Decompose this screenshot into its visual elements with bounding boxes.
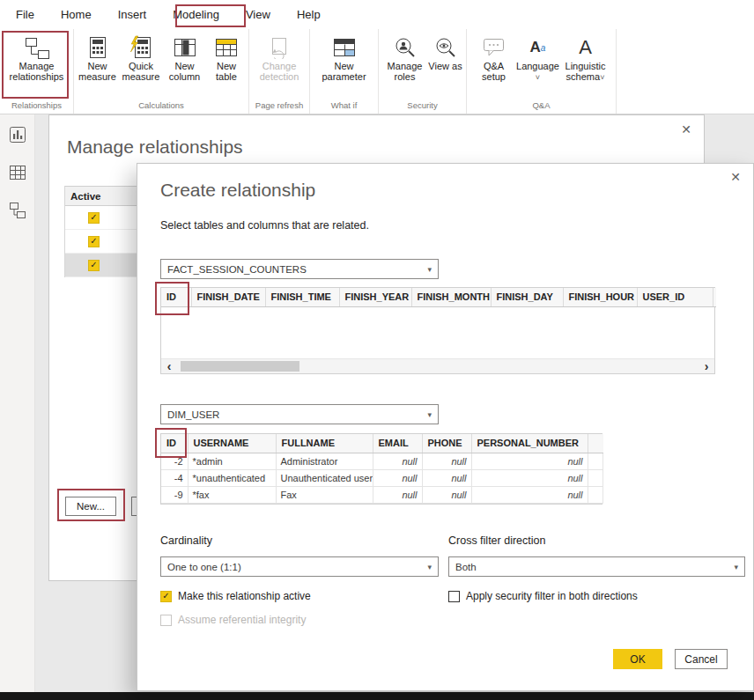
from-table-grid: IDFINISH_DATEFINISH_TIMEFINISH_YEARFINIS… — [161, 288, 714, 307]
column-header-filler — [588, 434, 603, 453]
column-header-id[interactable]: ID — [161, 288, 191, 306]
ribbon-group-relationships: Manage relationships Relationships — [0, 29, 74, 114]
new-parameter-icon — [333, 34, 356, 61]
ribbon-group-page-refresh: Change detection Page refresh — [249, 29, 310, 114]
column-header-finish_hour[interactable]: FINISH_HOUR — [563, 288, 637, 306]
column-header-finish_date[interactable]: FINISH_DATE — [191, 288, 265, 306]
tab-insert[interactable]: Insert — [118, 8, 147, 21]
close-icon[interactable]: ✕ — [730, 171, 741, 183]
linguistic-schema-icon: A — [579, 34, 592, 61]
manage-dialog-title: Manage relationships — [67, 136, 243, 158]
make-active-checkbox[interactable]: ✓ — [160, 591, 172, 602]
option-make-relationship-active[interactable]: ✓ Make this relationship active — [160, 590, 311, 602]
ok-button[interactable]: OK — [613, 649, 662, 669]
column-header-finish_month[interactable]: FINISH_MONTH — [411, 288, 491, 306]
scroll-left-icon[interactable]: ‹ — [161, 359, 177, 373]
quick-measure-icon — [129, 34, 152, 61]
cardinality-dropdown[interactable]: One to one (1:1) ▾ — [160, 556, 439, 577]
tab-help[interactable]: Help — [297, 8, 321, 21]
from-table-preview: IDFINISH_DATEFINISH_TIMEFINISH_YEARFINIS… — [160, 287, 715, 374]
column-header-personal_number[interactable]: PERSONAL_NUMBER — [471, 434, 588, 453]
cardinality-label: Cardinality — [160, 534, 212, 547]
column-header-filler — [713, 288, 716, 306]
check-icon: ✓ — [162, 592, 169, 601]
manage-relationships-icon — [24, 34, 50, 61]
referential-integrity-checkbox — [160, 615, 172, 626]
check-icon: ✓ — [90, 261, 97, 269]
new-relationship-button[interactable]: New... — [65, 497, 116, 516]
manage-relationships-button[interactable]: Manage relationships — [4, 33, 70, 82]
manage-roles-icon — [394, 34, 417, 61]
new-parameter-button[interactable]: New parameter — [317, 33, 372, 82]
new-table-icon — [215, 34, 238, 61]
active-checkbox[interactable]: ✓ — [88, 212, 100, 224]
dropdown-caret-icon: ▾ — [427, 563, 432, 571]
from-table-empty-body — [161, 307, 714, 358]
column-header-username[interactable]: USERNAME — [188, 434, 276, 453]
dropdown-caret-icon: ▾ — [427, 410, 432, 419]
tab-view[interactable]: View — [246, 8, 270, 21]
table-row[interactable]: -9*faxFaxnullnullnull — [161, 486, 603, 503]
column-header-user_id[interactable]: USER_ID — [637, 288, 713, 306]
change-detection-icon — [269, 34, 290, 61]
cancel-button[interactable]: Cancel — [675, 649, 728, 669]
new-column-button[interactable]: New column — [163, 33, 206, 82]
table-row[interactable]: -4*unauthenticatedUnauthenticated usernu… — [161, 469, 603, 486]
manage-roles-button[interactable]: Manage roles — [382, 33, 428, 82]
language-icon: Aa — [530, 34, 546, 61]
close-icon[interactable]: ✕ — [681, 123, 691, 136]
new-measure-button[interactable]: New measure — [76, 33, 119, 82]
dropdown-caret-icon: ▾ — [427, 265, 432, 274]
view-as-button[interactable]: View as — [428, 33, 463, 71]
check-icon: ✓ — [90, 213, 97, 222]
ribbon-group-what-if: New parameter What if — [310, 29, 379, 114]
check-icon: ✓ — [90, 237, 97, 246]
change-detection-button: Change detection — [255, 33, 304, 82]
tab-file[interactable]: File — [16, 8, 34, 21]
column-header-finish_day[interactable]: FINISH_DAY — [491, 288, 563, 306]
new-column-icon — [174, 34, 196, 61]
column-header-finish_time[interactable]: FINISH_TIME — [265, 288, 339, 306]
language-button[interactable]: Aa Language ˅ — [515, 33, 561, 83]
column-header-phone[interactable]: PHONE — [422, 434, 471, 453]
ribbon-group-calculations: New measure Quick measure New column — [74, 29, 249, 114]
ribbon-group-qa: Q&A setup Aa Language ˅ A Linguistic sch… — [467, 29, 617, 114]
column-header-fullname[interactable]: FULLNAME — [276, 434, 373, 453]
new-measure-icon — [87, 34, 108, 61]
ribbon-group-security: Manage roles View as Security — [379, 29, 467, 114]
option-referential-integrity: Assume referential integrity — [160, 614, 306, 626]
qa-setup-button[interactable]: Q&A setup — [473, 33, 515, 82]
qa-setup-icon — [483, 34, 506, 61]
tab-home[interactable]: Home — [61, 8, 92, 21]
horizontal-scrollbar[interactable]: ‹ › — [161, 358, 714, 373]
column-header-finish_year[interactable]: FINISH_YEAR — [339, 288, 411, 306]
linguistic-schema-button[interactable]: A Linguistic schema˅ — [561, 33, 610, 83]
from-table-dropdown[interactable]: FACT_SESSION_COUNTERS ▾ — [160, 259, 439, 279]
new-table-button[interactable]: New table — [206, 33, 247, 82]
column-header-email[interactable]: EMAIL — [373, 434, 422, 453]
column-header-id[interactable]: ID — [161, 434, 188, 453]
scrollbar-thumb[interactable] — [181, 361, 299, 372]
data-view-icon[interactable] — [9, 164, 26, 185]
quick-measure-button[interactable]: Quick measure — [119, 33, 163, 82]
powerbi-window: FileHomeInsertModelingViewHelp Manage re… — [0, 0, 754, 700]
table-row[interactable]: -2*adminAdministratornullnullnull — [161, 453, 603, 469]
option-security-filter[interactable]: Apply security filter in both directions — [448, 590, 638, 602]
view-sidebar — [0, 114, 35, 692]
security-filter-checkbox[interactable] — [448, 591, 460, 602]
ribbon-tabs: FileHomeInsertModelingViewHelp — [0, 0, 754, 29]
scroll-right-icon[interactable]: › — [699, 359, 714, 373]
report-view-icon[interactable] — [9, 126, 26, 147]
to-table-preview: IDUSERNAMEFULLNAMEEMAILPHONEPERSONAL_NUM… — [160, 433, 602, 505]
active-checkbox[interactable]: ✓ — [88, 236, 100, 247]
cross-filter-dropdown[interactable]: Both ▾ — [448, 556, 745, 577]
model-view-icon[interactable] — [9, 202, 26, 223]
chevron-down-icon: ˅ — [536, 73, 540, 82]
active-checkbox[interactable]: ✓ — [88, 260, 100, 271]
ribbon: Manage relationships Relationships New m… — [0, 29, 754, 114]
create-relationship-dialog: Create relationship ✕ Select tables and … — [137, 163, 754, 691]
to-table-dropdown[interactable]: DIM_USER ▾ — [160, 404, 439, 424]
view-as-icon — [434, 34, 457, 61]
create-dialog-subtitle: Select tables and columns that are relat… — [160, 219, 369, 232]
tab-modeling[interactable]: Modeling — [173, 8, 219, 21]
